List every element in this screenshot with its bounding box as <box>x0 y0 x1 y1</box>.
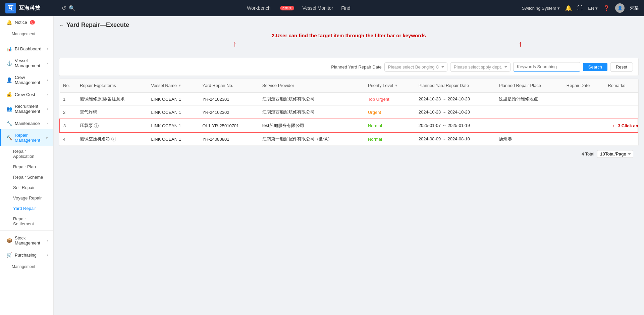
table-row[interactable]: 3 压载泵ℹ LINK OCEAN 1 OL1-YR-25010701 test… <box>60 119 638 132</box>
sidebar-item-crew-management[interactable]: 👤 Crew Management › <box>0 72 53 88</box>
sidebar-sub-self-repair[interactable]: Self Repair <box>0 182 53 193</box>
cell-repair-eqpt: 测试空压机名称ℹ <box>76 132 148 146</box>
cell-vessel-name: LINK OCEAN 1 <box>148 132 199 146</box>
sidebar-label-management: Management <box>12 32 35 36</box>
page-header: ← Yard Repair—Execute <box>59 21 639 29</box>
sidebar-sub-repair-settlement[interactable]: Repair Settlement <box>0 214 53 229</box>
cell-repair-eqpt: 压载泵ℹ <box>76 119 148 132</box>
repair-table: No. Repair Eqpt./Items Vessel Name ▼ Yar… <box>59 79 638 146</box>
table-row[interactable]: 1 测试维修原因/备注意求 LINK OCEAN 1 YR-24102301 江… <box>60 92 638 106</box>
sidebar-label-notice: Notice <box>15 20 27 25</box>
bi-dashboard-chevron-icon: › <box>47 47 48 51</box>
sidebar-item-stock-management[interactable]: 📦 Stock Management › <box>0 232 53 249</box>
purchasing-chevron-icon: › <box>47 253 48 257</box>
sidebar-sub-repair-plan[interactable]: Repair Plan <box>0 162 53 172</box>
cell-remarks: →3.Click any position of the target item… <box>604 119 638 132</box>
fullscreen-icon[interactable]: ⛶ <box>577 5 583 11</box>
page-size-select[interactable]: 10Total/Page 20Total/Page 50Total/Page <box>597 150 633 158</box>
nav-history-icon[interactable]: ↺ <box>62 5 66 11</box>
app-name: 互海科技 <box>19 5 40 12</box>
annotation-text-top: 2.User can find the target item through … <box>59 33 639 38</box>
cell-no: 1 <box>60 92 76 106</box>
search-button[interactable]: Search <box>583 63 607 71</box>
sidebar-label-maintenance: Maintenance <box>15 121 40 126</box>
info-icon[interactable]: ℹ <box>94 123 99 128</box>
maintenance-chevron-icon: › <box>47 122 48 125</box>
col-priority-level[interactable]: Priority Level ▼ <box>365 79 415 92</box>
sidebar-label-purchasing-mgmt: Management <box>12 264 35 269</box>
table-row[interactable]: 4 测试空压机名称ℹ LINK OCEAN 1 YR-24080801 江南第一… <box>60 132 638 146</box>
sidebar-sub-voyage-repair[interactable]: Voyage Repair <box>0 193 53 203</box>
lang-selector[interactable]: EN ▾ <box>588 6 598 11</box>
sidebar-item-maintenance[interactable]: 🔧 Maintenance › <box>0 117 53 129</box>
sidebar-label-vessel-management: Vessel Management <box>15 58 47 68</box>
notification-icon[interactable]: 🔔 <box>565 5 572 11</box>
cell-remarks <box>604 132 638 146</box>
sidebar-item-vessel-management[interactable]: ⚓ Vessel Management › <box>0 55 53 72</box>
col-yard-repair-no: Yard Repair No. <box>199 79 259 92</box>
info-icon[interactable]: ℹ <box>111 137 116 141</box>
avatar[interactable]: 👤 <box>615 3 625 13</box>
sidebar-item-recruitment-management[interactable]: 👥 Recruitment Management › <box>0 100 53 117</box>
cell-remarks <box>604 106 638 119</box>
cell-planned-place: 这里是预计维修地点 <box>495 92 563 106</box>
lang-chevron-icon: ▾ <box>595 6 598 11</box>
sidebar-item-purchasing-management[interactable]: Management <box>0 261 53 272</box>
cell-vessel-name: LINK OCEAN 1 <box>148 106 199 119</box>
cell-service-provider: 江阴澄西船舶航修有限公司 <box>259 92 365 106</box>
col-vessel-name[interactable]: Vessel Name ▼ <box>148 79 199 92</box>
cell-yard-repair-no: OL1-YR-25010701 <box>199 119 259 132</box>
table-row[interactable]: 2 空气炸锅 LINK OCEAN 1 YR-24102302 江阴澄西船舶航修… <box>60 106 638 119</box>
cell-planned-date: 2024-08-09 ～ 2024-08-10 <box>415 132 496 146</box>
nav-search-icon[interactable]: 🔍 <box>69 5 75 11</box>
cell-repair-date <box>563 92 605 106</box>
reset-button[interactable]: Reset <box>610 62 633 72</box>
sidebar-item-bi-dashboard[interactable]: 📊 BI Dashboard › <box>0 43 53 55</box>
sidebar-label-stock-management: Stock Management <box>15 235 47 245</box>
recruitment-icon: 👥 <box>6 106 12 111</box>
belonging-select[interactable]: Please select Belonging C <box>384 62 447 72</box>
sidebar-label-crew-cost: Crew Cost <box>15 92 35 97</box>
chevron-down-icon: ▾ <box>557 6 560 11</box>
sidebar-sub-yard-repair[interactable]: Yard Repair <box>0 203 53 214</box>
dept-select[interactable]: Please select spply dept. <box>450 62 511 72</box>
total-count: 4 Total <box>582 151 594 156</box>
sidebar-item-management[interactable]: Management <box>0 28 53 40</box>
vessel-management-chevron-icon: › <box>47 61 48 65</box>
sidebar-item-crew-cost[interactable]: 💰 Crew Cost › <box>0 88 53 100</box>
sidebar-label-bi-dashboard: BI Dashboard <box>15 46 42 51</box>
workbench-badge: 23830 <box>280 6 294 10</box>
cell-repair-date <box>563 119 605 132</box>
nav-vessel-monitor[interactable]: Vessel Monitor <box>302 5 333 11</box>
cell-planned-place <box>495 106 563 119</box>
cell-remarks <box>604 92 638 106</box>
sidebar-sub-repair-scheme[interactable]: Repair Scheme <box>0 172 53 182</box>
sidebar-divider-1 <box>0 41 53 41</box>
nav-center: Workbench 23830 Vessel Monitor Find <box>75 5 522 11</box>
notice-icon: 🔔 <box>6 19 12 25</box>
sidebar-item-notice[interactable]: 🔔 Notice 8 <box>0 16 53 28</box>
sidebar-item-repair-management[interactable]: 🔨 Repair Management ∨ <box>0 129 53 146</box>
switching-system[interactable]: Switching System ▾ <box>522 6 560 11</box>
top-navigation: 互 互海科技 ↺ 🔍 Workbench 23830 Vessel Monito… <box>0 0 644 16</box>
annotation-right-arrow: → <box>609 122 616 130</box>
help-icon[interactable]: ❓ <box>603 5 610 11</box>
sidebar-sub-repair-application[interactable]: Repair Application <box>0 146 53 162</box>
vessel-name-sort-icon: ▼ <box>178 84 181 87</box>
keywords-input[interactable] <box>513 62 580 72</box>
page-title: Yard Repair—Execute <box>66 21 129 29</box>
cell-repair-date <box>563 106 605 119</box>
nav-workbench[interactable]: Workbench <box>247 5 271 11</box>
back-button[interactable]: ← <box>59 22 64 28</box>
sidebar: 🔔 Notice 8 Management 📊 BI Dashboard › ⚓… <box>0 16 54 315</box>
sidebar-divider-2 <box>0 230 53 231</box>
recruitment-chevron-icon: › <box>47 107 48 111</box>
lang-label: EN <box>588 6 594 11</box>
arrow-up-right: ↑ <box>519 40 522 48</box>
col-priority-level-label: Priority Level <box>368 83 393 88</box>
app-layout: 🔔 Notice 8 Management 📊 BI Dashboard › ⚓… <box>0 16 644 315</box>
crew-management-icon: 👤 <box>6 77 12 83</box>
nav-find[interactable]: Find <box>341 5 350 11</box>
notice-badge: 8 <box>30 20 35 25</box>
sidebar-item-purchasing[interactable]: 🛒 Purchasing › <box>0 249 53 261</box>
